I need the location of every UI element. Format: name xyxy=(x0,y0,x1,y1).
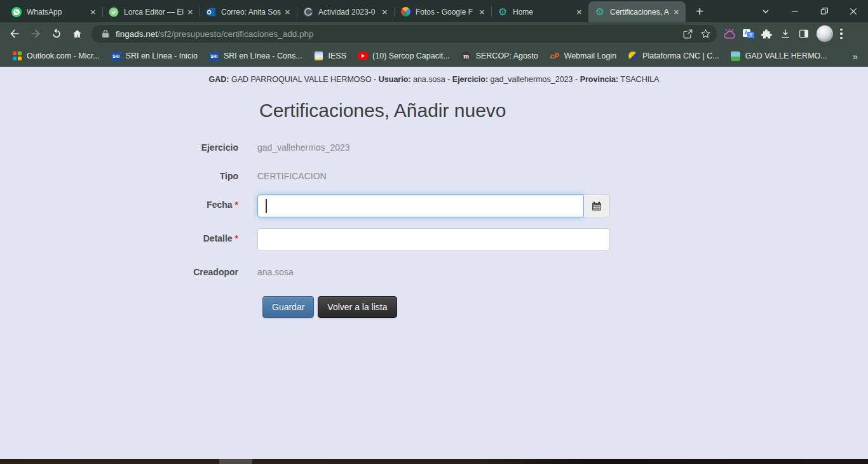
bookmarks-bar: Outlook.com - Micr... SRI SRI en Línea -… xyxy=(0,45,868,67)
tab-lorca-editor[interactable]: Lorca Editor — El xyxy=(102,1,200,22)
tab-whatsapp[interactable]: WhatsApp xyxy=(5,1,102,22)
bookmark-sercop-agosto[interactable]: m SERCOP: Agosto xyxy=(456,48,544,64)
bookmarks-overflow-chevron-icon[interactable] xyxy=(849,48,862,64)
calendar-picker-button[interactable] xyxy=(584,194,610,217)
context-bar: GAD: GAD PARROQUIAL VALLE HERMOSO - Usua… xyxy=(0,67,868,84)
microsoft-icon xyxy=(12,51,22,61)
minimize-button[interactable] xyxy=(780,0,810,22)
close-window-button[interactable] xyxy=(839,0,868,22)
sercop-icon: m xyxy=(461,51,471,61)
google-translate-extension-icon[interactable] xyxy=(743,28,754,39)
bookmark-sri-inicio[interactable]: SRI SRI en Línea - Inicio xyxy=(105,48,203,64)
whatsapp-icon xyxy=(11,7,22,17)
weather-cloud-extension-icon[interactable] xyxy=(723,29,736,39)
forward-icon[interactable] xyxy=(25,24,46,44)
home-icon[interactable] xyxy=(67,24,88,44)
tab-close-icon[interactable] xyxy=(185,6,196,17)
tab-close-icon[interactable] xyxy=(88,6,98,17)
bookmark-gad-valle-hermoso[interactable]: GAD VALLE HERMO... xyxy=(725,48,833,64)
bookmark-sri-consultas[interactable]: SRI SRI en Línea - Cons... xyxy=(203,48,308,64)
required-asterisk: * xyxy=(235,233,238,243)
tab-close-icon[interactable] xyxy=(574,6,585,17)
address-bar[interactable]: fingads.net/sf2/presupuesto/certificacio… xyxy=(92,25,717,43)
tab-title: Correo: Anita Sos xyxy=(221,8,282,17)
volver-a-la-lista-button[interactable]: Volver a la lista xyxy=(318,296,397,318)
bookmark-label: Plataforma CNC | C... xyxy=(642,51,719,60)
bookmark-webmail[interactable]: cP Webmail Login xyxy=(544,48,622,64)
tab-close-icon[interactable] xyxy=(282,6,293,17)
restore-button[interactable] xyxy=(810,0,839,22)
tab-google-fotos[interactable]: Fotos - Google F xyxy=(394,1,491,22)
ejercicio-field-label: Ejercicio xyxy=(0,137,238,153)
tab-certificaciones-active[interactable]: Certificaciones, A xyxy=(588,1,686,22)
url-path: /sf2/presupuesto/certificaciones_add.php xyxy=(158,29,313,39)
check-badge-icon xyxy=(109,7,119,17)
tab-title: Certificaciones, A xyxy=(610,8,671,17)
bookmark-iess[interactable]: IESS xyxy=(308,48,353,64)
tab-actividad[interactable]: Actividad 2023-0 xyxy=(297,1,394,22)
guardar-button[interactable]: Guardar xyxy=(262,296,314,318)
gad-label: GAD: xyxy=(209,75,229,84)
creadopor-value: ana.sosa xyxy=(257,262,610,280)
fecha-input[interactable] xyxy=(257,194,584,217)
tipo-value: CERTIFICACION xyxy=(257,166,610,184)
profile-avatar[interactable] xyxy=(817,25,833,42)
detalle-field-label: Detalle * xyxy=(0,228,238,243)
cpanel-icon: cP xyxy=(550,52,559,60)
form-row-detalle: Detalle * xyxy=(0,228,868,251)
side-panel-icon[interactable] xyxy=(798,28,810,39)
provincia-label: Provincia: xyxy=(580,75,618,84)
bookmark-plataforma-cnc[interactable]: Plataforma CNC | C... xyxy=(622,48,725,64)
tab-title: Lorca Editor — El xyxy=(124,8,185,17)
chrome-menu-icon[interactable] xyxy=(840,29,843,39)
form-row-fecha: Fecha * xyxy=(0,194,868,217)
gad-icon xyxy=(731,51,741,61)
creadopor-field-label: Creadopor xyxy=(0,262,238,277)
bookmark-label: SERCOP: Agosto xyxy=(476,51,538,60)
sri-icon: SRI xyxy=(111,51,121,61)
web-page: GAD: GAD PARROQUIAL VALLE HERMOSO - Usua… xyxy=(0,67,868,459)
bookmark-sercop-youtube[interactable]: (10) Sercop Capacit... xyxy=(352,48,456,64)
tab-home[interactable]: Home xyxy=(491,1,588,22)
fecha-field-label: Fecha * xyxy=(0,194,238,210)
back-icon[interactable] xyxy=(4,24,25,44)
bookmark-star-icon[interactable] xyxy=(696,25,714,42)
window-controls xyxy=(751,0,868,22)
required-asterisk: * xyxy=(235,200,238,210)
extensions-puzzle-icon[interactable] xyxy=(761,28,773,39)
tipo-field-label: Tipo xyxy=(0,166,238,181)
tab-search-chevron-icon[interactable] xyxy=(751,0,780,22)
bookmark-label: GAD VALLE HERMO... xyxy=(745,51,827,60)
taskbar-highlight-segment xyxy=(219,459,252,464)
ejercicio-value: gad_vallehermos_2023 xyxy=(257,137,610,155)
tab-strip: WhatsApp Lorca Editor — El Correo: Anita… xyxy=(0,0,868,22)
reload-icon[interactable] xyxy=(46,24,67,44)
downloads-icon[interactable] xyxy=(780,28,791,39)
bookmark-label: Outlook.com - Micr... xyxy=(27,51,100,60)
form-row-creadopor: Creadopor ana.sosa xyxy=(0,262,868,280)
ejercicio-value: gad_vallehermos_2023 - xyxy=(488,75,580,84)
bookmark-label: IESS xyxy=(329,51,347,60)
bookmark-label: Webmail Login xyxy=(564,51,616,60)
bookmark-outlook[interactable]: Outlook.com - Micr... xyxy=(6,48,105,64)
iess-icon xyxy=(314,51,324,61)
tab-correo-outlook[interactable]: Correo: Anita Sos xyxy=(200,1,297,22)
usuario-value: ana.sosa - xyxy=(410,75,452,84)
share-icon[interactable] xyxy=(679,25,696,42)
bookmark-label: (10) Sercop Capacit... xyxy=(372,51,450,60)
sri-icon: SRI xyxy=(209,51,219,61)
form-row-tipo: Tipo CERTIFICACION xyxy=(0,166,868,184)
tab-close-icon[interactable] xyxy=(477,6,487,17)
usuario-label: Usuario: xyxy=(379,75,411,84)
lock-icon[interactable] xyxy=(99,25,112,42)
ejercicio-label: Ejercicio: xyxy=(452,75,488,84)
page-title: Certificaciones, Añadir nuevo xyxy=(259,100,868,121)
globe-swirl-icon xyxy=(303,7,313,17)
google-photos-icon xyxy=(400,7,410,17)
tab-title: WhatsApp xyxy=(27,8,88,17)
new-tab-button[interactable] xyxy=(691,3,709,20)
certification-form: Ejercicio gad_vallehermos_2023 Tipo CERT… xyxy=(0,137,868,318)
detalle-input[interactable] xyxy=(257,228,610,251)
tab-close-icon[interactable] xyxy=(671,6,682,17)
tab-close-icon[interactable] xyxy=(379,6,390,17)
